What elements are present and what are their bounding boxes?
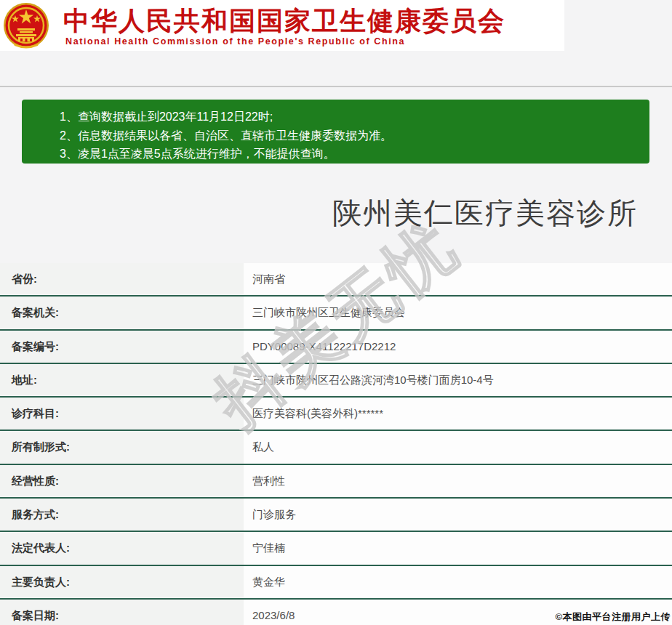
field-value: 营利性: [244, 465, 672, 497]
record-table: 省份: 河南省 备案机关: 三门峡市陕州区卫生健康委员会 备案编号: PDY00…: [0, 263, 672, 625]
field-value: 医疗美容科(美容外科)******: [244, 398, 672, 430]
field-label: 诊疗科目:: [0, 398, 244, 430]
national-emblem-icon: [3, 2, 49, 49]
field-value: 河南省: [244, 263, 672, 295]
notice-line-3: 3、凌晨1点至凌晨5点系统进行维护，不能提供查询。: [60, 145, 642, 164]
field-label: 备案编号:: [0, 331, 244, 363]
table-row: 服务方式: 门诊服务: [0, 499, 672, 532]
table-row: 备案编号: PDY00089-X41122217D2212: [0, 331, 672, 364]
table-row: 主要负责人: 黄金华: [0, 566, 672, 600]
field-label: 法定代表人:: [0, 532, 244, 564]
site-title-chinese: 中华人民共和国国家卫生健康委员会: [63, 4, 565, 39]
upload-credit-watermark: ©本图由平台注册用户上传: [555, 610, 671, 624]
field-value: 宁佳楠: [244, 532, 672, 564]
field-label: 主要负责人:: [0, 566, 244, 598]
field-value: 门诊服务: [244, 499, 672, 531]
table-row: 省份: 河南省: [0, 263, 672, 297]
table-row: 备案机关: 三门峡市陕州区卫生健康委员会: [0, 297, 672, 330]
table-row: 地址: 三门峡市陕州区召公路滨河湾10号楼门面房10-4号: [0, 364, 672, 398]
field-label: 服务方式:: [0, 499, 244, 531]
institution-name-title: 陕州美仁医疗美容诊所: [332, 193, 638, 233]
field-label: 经营性质:: [0, 465, 244, 497]
field-value: 三门峡市陕州区召公路滨河湾10号楼门面房10-4号: [244, 364, 672, 396]
field-value: 三门峡市陕州区卫生健康委员会: [244, 297, 672, 328]
field-label: 地址:: [0, 364, 244, 396]
site-header: 中华人民共和国国家卫生健康委员会 National Health Commiss…: [0, 0, 564, 51]
table-row: 所有制形式: 私人: [0, 431, 672, 464]
field-value: 私人: [244, 431, 672, 463]
table-row: 法定代表人: 宁佳楠: [0, 532, 672, 565]
header-divider: [0, 86, 672, 87]
notice-line-2: 2、信息数据结果以各省、自治区、直辖市卫生健康委数据为准。: [60, 126, 642, 145]
table-row: 诊疗科目: 医疗美容科(美容外科)******: [0, 398, 672, 431]
notice-line-1: 1、查询数据截止到2023年11月12日22时;: [60, 108, 642, 126]
field-value: PDY00089-X41122217D2212: [244, 331, 672, 363]
field-label: 省份:: [0, 263, 244, 295]
field-label: 备案日期:: [0, 600, 244, 625]
field-label: 所有制形式:: [0, 431, 244, 463]
query-notice-box: 1、查询数据截止到2023年11月12日22时; 2、信息数据结果以各省、自治区…: [22, 100, 649, 164]
site-title-english: National Health Commission of the People…: [65, 36, 567, 47]
table-row: 经营性质: 营利性: [0, 465, 672, 499]
field-label: 备案机关:: [0, 297, 244, 328]
field-value: 黄金华: [244, 566, 672, 598]
